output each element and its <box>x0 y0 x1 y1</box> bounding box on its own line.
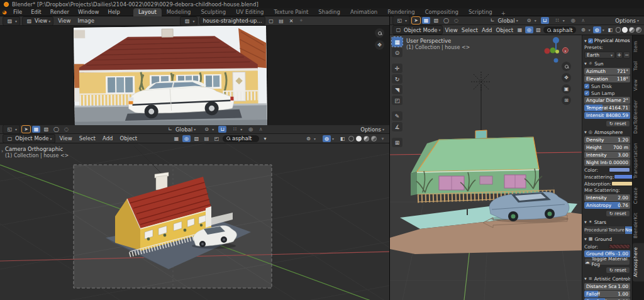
ground-offset-slider[interactable]: Ground Offset-1.00 <box>584 250 630 257</box>
new-image-icon[interactable]: ▢ <box>267 18 275 25</box>
panel-checkbox-icon[interactable]: ✓ <box>588 38 593 43</box>
mode-obj-icon[interactable]: ◰ <box>213 135 221 142</box>
xray-icon[interactable]: ◧ <box>606 26 614 33</box>
mode-grid-icon[interactable]: ▧ <box>192 135 201 142</box>
shading-material-icon[interactable] <box>629 27 635 33</box>
npanel-tab-create[interactable]: Create <box>633 183 644 208</box>
sun-reset-button[interactable]: ↻reset <box>606 120 630 127</box>
menu-vp-add[interactable]: Add <box>100 135 115 142</box>
shading-dropdown-icon[interactable]: ▾ <box>379 135 387 142</box>
mode-tex-icon[interactable]: ▤ <box>203 135 211 142</box>
tool-move[interactable]: ✛ <box>392 64 402 73</box>
search-dropdown-icon[interactable]: ▾ <box>261 135 269 142</box>
sun-disk-checkbox[interactable]: ✓Sun Disk <box>584 83 630 89</box>
camera-viewport-canvas[interactable]: › Camera Orthographic (1) Collection | h… <box>0 143 389 300</box>
orientation-dropdown[interactable]: ∟ Global▾ <box>164 125 198 133</box>
overlays-dropdown[interactable]: ◍ ▾ <box>320 135 336 143</box>
mode-transfer-icon[interactable]: ▦ <box>516 26 524 33</box>
workspace-tab-shading[interactable]: Shading <box>313 8 345 16</box>
overlays-dropdown[interactable]: ◍ ▾ <box>592 26 605 34</box>
select-box-alt-icon[interactable]: ▧ <box>42 126 50 133</box>
shading-wireframe-icon[interactable] <box>348 136 354 142</box>
tool-rotate[interactable]: ↻ <box>392 74 402 84</box>
section-artistic-controls[interactable]: ▼≡ Artistic Controls <box>584 275 630 282</box>
pivot-dropdown[interactable]: ⊙ ▾ <box>523 16 539 25</box>
proportional-edit-icon[interactable]: ◎ <box>247 126 255 133</box>
tool-measure[interactable]: ∡ <box>392 122 402 131</box>
shading-rendered-icon[interactable] <box>636 27 641 33</box>
menu-help[interactable]: Help <box>103 8 124 16</box>
npanel-tab-tool[interactable]: Tool <box>633 57 644 75</box>
npanel-tab-atmosphere[interactable]: Atmosphere <box>633 243 644 281</box>
menu-vp-select[interactable]: Select <box>460 26 479 34</box>
falloff-slider[interactable]: Falloff1.00 <box>584 291 630 297</box>
color-swatch[interactable] <box>614 174 632 179</box>
workspace-tab-uvediting[interactable]: UV Editing <box>231 8 269 16</box>
color-swatch[interactable] <box>609 167 630 172</box>
npanel-tab-blenderkit[interactable]: BlenderKit <box>633 208 644 243</box>
tool-transform[interactable]: ◰ <box>392 96 402 105</box>
zoom-icon[interactable] <box>562 62 571 71</box>
snap-menu-dropdown[interactable]: ∷ ▾ <box>228 125 245 133</box>
tool-select-box[interactable]: ▦ <box>392 37 402 47</box>
gizmos-dropdown[interactable]: ⊚ ▾ <box>579 26 591 34</box>
atm-intensity-slider[interactable]: Intensity3.00 <box>584 152 630 158</box>
npanel-tab-view[interactable]: View <box>633 75 644 96</box>
anisotropy-slider[interactable]: Anisotropy0.76 <box>584 202 630 209</box>
mode-transfer-icon[interactable]: ▦ <box>172 135 180 142</box>
menu-vp-object[interactable]: Object <box>494 26 514 34</box>
menu-vp-object[interactable]: Object <box>117 135 140 142</box>
tool-annotate[interactable]: ✎ <box>392 111 402 121</box>
workspace-tab-sculpting[interactable]: Sculpting <box>196 8 231 16</box>
toolbar-expand-arrow[interactable]: › <box>1 148 3 154</box>
select-box-icon[interactable]: ▦ <box>32 126 40 133</box>
shading-rendered-icon[interactable] <box>371 136 377 142</box>
mode-globe-icon[interactable]: ◎ <box>525 26 533 33</box>
section-sun[interactable]: ▼☼ Sun <box>584 60 630 67</box>
sun-intensity-slider[interactable]: Intensity84080.59 <box>584 112 630 119</box>
search-input[interactable]: asphalt <box>543 26 576 33</box>
search-input[interactable]: asphalt <box>223 135 259 142</box>
npanel-tab-item[interactable]: Item <box>633 36 644 57</box>
workspace-tab-modeling[interactable]: Modeling <box>162 8 196 16</box>
atmosphere-color-field[interactable]: Color: <box>584 167 630 173</box>
stars-none-button[interactable]: None <box>625 226 632 234</box>
panel-header[interactable]: ▼ ✓ Physical Atmosphere <box>584 36 630 45</box>
npanel-tab-daztoblender[interactable]: DazToBlender <box>633 96 644 138</box>
night-intensity-slider[interactable]: Night Intensity0.00000 <box>584 159 630 166</box>
blender-menu-icon[interactable]: ◕ <box>0 9 9 15</box>
editor-type-button[interactable]: ◱ ▾ <box>392 16 410 25</box>
menu-vp-add[interactable]: Add <box>480 26 493 34</box>
atmosphere-reset-button[interactable]: ↻reset <box>606 210 630 217</box>
camera-view-icon[interactable]: ▣ <box>562 84 571 94</box>
azimuth-slider[interactable]: Azimuth721° <box>584 68 630 75</box>
falloff-icon[interactable]: ∧ <box>257 126 265 133</box>
perspective-viewport-canvas[interactable]: ▦ ⊙ ✛ ↻ ◥ ◰ ✎ ∡ ⊞ User Perspective (1) C… <box>390 35 644 300</box>
proportional-edit-icon[interactable]: ◎ <box>569 17 577 24</box>
navigation-gizmo[interactable]: x <box>542 36 570 64</box>
active-tool-cursor-icon[interactable]: ➤ <box>412 17 420 24</box>
zoom-icon[interactable] <box>375 28 384 38</box>
options-dropdown[interactable]: Options▾ <box>613 17 641 25</box>
section-ground[interactable]: ▼▦ Ground <box>584 235 630 243</box>
snap-magnet-icon[interactable]: ⊔ <box>218 126 226 133</box>
menu-render[interactable]: Render <box>46 8 74 16</box>
shading-solid-icon[interactable] <box>356 136 362 142</box>
mode-dropdown[interactable]: ▢ Object Mode▾ <box>392 25 443 35</box>
toggle-material-fog-button[interactable]: ☁ Toggle Material Fog <box>584 258 630 265</box>
add-workspace-button[interactable]: + <box>497 10 509 16</box>
preset-dropdown[interactable]: Earth▾ <box>584 52 615 58</box>
distance-scalar-slider[interactable]: Distance Scalar1.00 <box>584 283 630 290</box>
ground-reset-button[interactable]: ↻reset <box>606 267 630 274</box>
tool-cursor[interactable]: ⊙ <box>392 48 402 57</box>
menu-vp-view[interactable]: View <box>57 135 75 142</box>
menu-ie-image[interactable]: Image <box>75 17 97 25</box>
elevation-slider[interactable]: Elevation118° <box>584 75 630 82</box>
xray-icon[interactable]: ◧ <box>338 135 347 142</box>
tool-scale[interactable]: ◥ <box>392 85 402 94</box>
snap-magnet-icon[interactable]: ⊔ <box>541 17 549 24</box>
editor-type-button[interactable]: ▨ ▾ <box>3 16 20 26</box>
image-browse-button[interactable]: ▨ ▾ <box>180 16 197 26</box>
shading-material-icon[interactable] <box>364 136 369 142</box>
menu-edit[interactable]: Edit <box>26 8 45 16</box>
